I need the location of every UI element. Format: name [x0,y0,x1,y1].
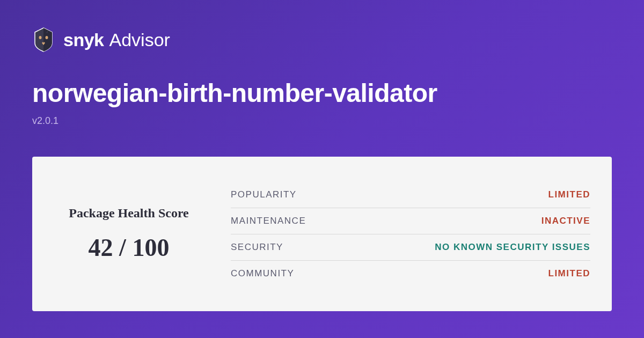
snyk-logo-icon [32,27,55,53]
brand-name-bold: snyk [63,30,104,50]
score-value: 42 / 100 [89,233,170,262]
metric-row-popularity: POPULARITY LIMITED [231,182,590,208]
score-label: Package Health Score [69,206,189,221]
metric-label: MAINTENANCE [231,216,306,226]
health-card: Package Health Score 42 / 100 POPULARITY… [32,157,612,311]
metric-row-maintenance: MAINTENANCE INACTIVE [231,208,590,234]
metric-value: LIMITED [548,189,591,200]
metric-row-security: SECURITY NO KNOWN SECURITY ISSUES [231,234,590,261]
metric-label: SECURITY [231,242,283,253]
metric-value: NO KNOWN SECURITY ISSUES [435,242,590,253]
metric-row-community: COMMUNITY LIMITED [231,261,590,286]
score-section: Package Health Score 42 / 100 [54,173,231,295]
package-version: v2.0.1 [32,115,612,127]
metric-value: INACTIVE [541,216,590,226]
metric-label: POPULARITY [231,189,297,200]
svg-point-1 [46,36,48,39]
metric-label: COMMUNITY [231,268,294,279]
brand: snyk Advisor [63,30,170,50]
metrics-list: POPULARITY LIMITED MAINTENANCE INACTIVE … [231,173,590,295]
metric-value: LIMITED [548,268,591,279]
svg-point-0 [39,36,42,39]
brand-name-light: Advisor [109,30,170,50]
header: snyk Advisor [32,27,612,53]
package-name: norwegian-birth-number-validator [32,78,612,108]
